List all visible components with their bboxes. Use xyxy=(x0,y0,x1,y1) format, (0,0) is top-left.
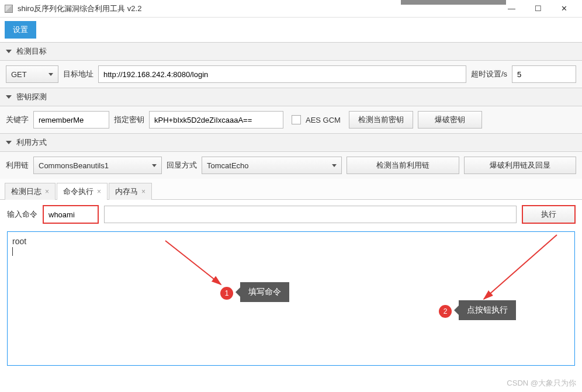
section-exploit: 利用方式 利用链 CommonsBeanutils1 回显方式 TomcatEc… xyxy=(0,133,582,179)
section-exploit-title: 利用方式 xyxy=(16,137,47,148)
svg-line-1 xyxy=(484,235,557,299)
url-input[interactable] xyxy=(98,65,466,83)
chevron-down-icon xyxy=(6,50,12,53)
chevron-down-icon xyxy=(332,164,337,167)
close-button[interactable]: ✕ xyxy=(551,1,577,17)
check-key-label: 检测当前密钥 xyxy=(358,115,404,125)
check-chain-button[interactable]: 检测当前利用链 xyxy=(347,157,459,174)
section-target-body: GET 目标地址 超时设置/s xyxy=(0,61,582,88)
brute-key-label: 爆破密钥 xyxy=(435,115,465,125)
tab-cmd-label: 命令执行 xyxy=(63,186,93,197)
chain-select[interactable]: CommonsBeanutils1 xyxy=(33,157,162,174)
command-label: 输入命令 xyxy=(7,209,37,220)
aes-gcm-label: AES GCM xyxy=(306,116,341,124)
window-title: shiro反序列化漏洞综合利用工具 v2.2 xyxy=(18,4,498,14)
annotation-2-text: 点按钮执行 xyxy=(467,305,508,314)
aes-gcm-checkbox[interactable]: AES GCM xyxy=(292,115,341,124)
tab-log-label: 检测日志 xyxy=(11,186,41,197)
output-area[interactable]: root 1 填写命令 2 点按钮执行 xyxy=(7,231,575,366)
close-icon[interactable]: × xyxy=(45,188,49,196)
echo-value: TomcatEcho xyxy=(207,161,249,170)
http-method-value: GET xyxy=(11,70,27,79)
keyword-input[interactable] xyxy=(33,111,109,129)
specified-key-input[interactable] xyxy=(149,111,283,129)
http-method-select[interactable]: GET xyxy=(6,65,58,83)
section-key-body: 关键字 指定密钥 AES GCM 检测当前密钥 爆破密钥 xyxy=(0,106,582,133)
window-controls: — ☐ ✕ xyxy=(498,1,577,17)
settings-button[interactable]: 设置 xyxy=(5,21,36,39)
app-icon xyxy=(5,5,13,13)
annotation-1-num: 1 xyxy=(225,289,229,297)
main-toolbar: 设置 xyxy=(0,18,582,42)
annotation-badge-2: 2 xyxy=(439,305,452,318)
arrow-icon xyxy=(446,232,574,308)
annotation-1-text: 填写命令 xyxy=(248,287,281,296)
section-target: 检测目标 GET 目标地址 超时设置/s xyxy=(0,42,582,88)
close-icon[interactable]: × xyxy=(97,188,101,196)
output-text: root xyxy=(12,237,26,246)
arrow-icon xyxy=(95,235,230,299)
check-key-button[interactable]: 检测当前密钥 xyxy=(349,111,413,129)
echo-label: 回显方式 xyxy=(167,160,197,171)
annotation-2-num: 2 xyxy=(444,307,448,315)
annotation-label-1: 填写命令 xyxy=(240,282,289,302)
url-label: 目标地址 xyxy=(63,69,93,79)
section-key: 密钥探测 关键字 指定密钥 AES GCM 检测当前密钥 爆破密钥 xyxy=(0,88,582,133)
checkbox-icon xyxy=(292,115,301,124)
section-exploit-header[interactable]: 利用方式 xyxy=(0,134,582,152)
timeout-label: 超时设置/s xyxy=(471,69,507,79)
timeout-input[interactable] xyxy=(512,65,576,83)
tabs-row: 检测日志 × 命令执行 × 内存马 × xyxy=(0,179,582,200)
chevron-down-icon xyxy=(49,73,53,76)
section-key-title: 密钥探测 xyxy=(16,92,47,102)
tab-cmd[interactable]: 命令执行 × xyxy=(57,183,108,200)
section-target-title: 检测目标 xyxy=(16,46,47,57)
command-row: 输入命令 执行 xyxy=(0,200,582,229)
chain-label: 利用链 xyxy=(6,160,29,171)
svg-line-0 xyxy=(165,241,221,285)
annotation-badge-1: 1 xyxy=(220,287,233,300)
minimize-button[interactable]: — xyxy=(498,1,525,17)
execute-button[interactable]: 执行 xyxy=(522,206,575,223)
watermark: CSDN @大象只为你 xyxy=(507,378,576,388)
check-chain-label: 检测当前利用链 xyxy=(376,160,429,171)
title-bar: shiro反序列化漏洞综合利用工具 v2.2 — ☐ ✕ xyxy=(0,0,582,18)
close-icon[interactable]: × xyxy=(141,188,146,196)
annotation-label-2: 点按钮执行 xyxy=(459,300,516,320)
chevron-down-icon xyxy=(6,141,12,144)
section-target-header[interactable]: 检测目标 xyxy=(0,43,582,61)
chevron-down-icon xyxy=(6,95,12,99)
tab-log[interactable]: 检测日志 × xyxy=(5,183,56,200)
keyword-label: 关键字 xyxy=(6,115,29,125)
brute-chain-label: 爆破利用链及回显 xyxy=(490,160,550,171)
section-exploit-body: 利用链 CommonsBeanutils1 回显方式 TomcatEcho 检测… xyxy=(0,152,582,179)
command-input-highlight[interactable] xyxy=(43,206,98,223)
tab-webshell[interactable]: 内存马 × xyxy=(109,183,152,200)
execute-button-label: 执行 xyxy=(541,209,556,220)
command-input[interactable] xyxy=(104,206,517,223)
brute-chain-button[interactable]: 爆破利用链及回显 xyxy=(464,157,577,174)
tab-webshell-label: 内存马 xyxy=(115,186,138,197)
echo-select[interactable]: TomcatEcho xyxy=(202,157,342,174)
specified-key-label: 指定密钥 xyxy=(114,115,144,125)
brute-key-button[interactable]: 爆破密钥 xyxy=(418,111,482,129)
section-key-header[interactable]: 密钥探测 xyxy=(0,88,582,106)
chain-value: CommonsBeanutils1 xyxy=(39,161,109,170)
text-cursor xyxy=(12,246,13,255)
maximize-button[interactable]: ☐ xyxy=(525,1,551,17)
chevron-down-icon xyxy=(152,164,157,167)
